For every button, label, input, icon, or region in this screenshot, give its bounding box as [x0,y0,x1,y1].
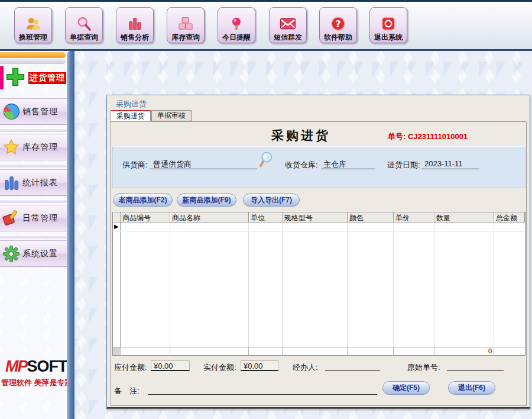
sales-analysis-button[interactable]: 销售分析 [116,7,154,43]
header-fields-panel: 供货商: 普通供货商 收货仓库: 主仓库 进货日期: 2023-11-11 [112,146,525,188]
toolbar-button-label: 单据查询 [70,33,98,41]
tab-purchase[interactable]: 采购进货 [111,110,151,121]
supplier-lookup-icon[interactable] [258,150,274,170]
grid-header-cell: 商品编号 [121,212,170,223]
supplier-underline [150,169,257,169]
grid-header-cell: 单位 [249,212,283,223]
tab-content: 采购进货 单号: CJ231111010001 供货商: 普通供货商 收货仓库:… [111,121,527,406]
paid-amount-field[interactable]: ¥0.00 [241,360,278,371]
date-label: 进货日期: [387,160,420,170]
envelope-icon [279,14,297,33]
sidebar-item-sales[interactable]: 销售管理 [0,98,67,125]
app-root: 换班管理 单据查询 销售分析 [0,0,532,419]
grid-header-cell: 数量 [434,212,494,223]
grid-column [121,223,170,347]
top-toolbar: 换班管理 单据查询 销售分析 [0,0,532,51]
bulb-icon [229,14,244,33]
purchase-window: 采购进货 采购进货 单据审核 采购进货 单号: CJ231111010001 供… [106,95,530,409]
grid-column [494,223,525,347]
plus-icon [5,66,26,90]
shift-manage-button[interactable]: 换班管理 [14,7,52,43]
mpsoft-logo: MPSOFT [5,357,67,376]
toolbar-button-label: 软件帮助 [324,33,352,41]
sidebar-item-label: 库存管理 [22,142,58,153]
grid-column [249,223,283,347]
sidebar-item-settings[interactable]: 系统设置 [0,240,67,267]
confirm-button[interactable]: 确定(F5) [382,381,430,395]
gear-icon [0,245,22,263]
grid-header-cell: 商品名称 [170,212,249,223]
sidebar-item-label: 销售管理 [22,107,58,117]
sms-broadcast-button[interactable]: 短信群发 [269,7,307,43]
sidebar-item-inventory[interactable]: 库存管理 [0,134,67,160]
original-no-input[interactable] [447,370,504,371]
sidebar-top-gray-bar [0,59,66,64]
star-icon [0,138,22,156]
power-icon [380,14,397,33]
logo-tagline: 管理软件 美萍是专家 [1,378,73,388]
bar-chart-blue-icon [0,175,22,191]
sidebar-separator [0,128,67,133]
items-grid[interactable]: 商品编号 商品名称 单位 规格型号 颜色 单价 数量 总金额 [112,212,525,356]
note-input[interactable] [148,394,377,395]
grid-header-cell: 总金额 [494,212,525,223]
quantity-total: 0 [434,347,494,355]
toolbar-button-label: 今日提醒 [222,33,251,41]
note-label: 备 注: [114,386,140,397]
sidebar-item-daily[interactable]: 日常管理 [0,205,67,231]
operator-input[interactable] [325,370,380,371]
bar-chart-icon [126,14,143,33]
sidebar-active-strip [0,66,4,89]
grid-body[interactable]: ▶ [113,223,525,347]
original-no-label: 原始单号: [407,362,440,373]
sidebar-top-orange-bar [0,52,66,58]
grid-column [170,223,249,347]
sidebar-separator [0,164,67,168]
sidebar-item-label: 统计报表 [22,178,58,188]
supplier-label: 供货商: [122,160,148,170]
import-export-button[interactable]: 导入导出(F7) [243,194,300,207]
current-row-indicator: ▶ [114,223,119,230]
add-old-product-button[interactable]: 老商品添加(F2) [113,194,173,207]
brush-icon [0,210,22,227]
operator-label: 经办人: [293,362,318,373]
sidebar-separator [0,235,67,239]
sidebar-blue-divider [67,51,74,419]
toolbar-button-label: 库存查询 [171,33,200,41]
date-underline [421,169,479,169]
grid-header-cell: 颜色 [348,212,394,223]
grid-header-selector [113,212,121,223]
warehouse-underline [321,169,375,169]
order-number: 单号: CJ231111010001 [388,131,468,142]
stock-query-button[interactable]: 库存查询 [167,7,205,43]
grid-column [348,223,394,347]
payable-amount-field[interactable]: ¥0.00 [151,360,190,371]
svg-text:?: ? [335,18,340,30]
help-button[interactable]: ? 软件帮助 [319,7,357,43]
grid-column [394,223,434,347]
add-new-product-button[interactable]: 新商品添加(F9) [177,194,236,207]
logo-mp: MP [5,357,27,375]
today-reminder-button[interactable]: 今日提醒 [218,7,255,43]
grid-header-cell: 规格型号 [283,212,348,223]
help-icon: ? [330,14,346,33]
sidebar-item-purchase-active[interactable]: 进货管理 [5,65,67,91]
grid-header-row: 商品编号 商品名称 单位 规格型号 颜色 单价 数量 总金额 [113,212,525,223]
tab-bar: 采购进货 单据审核 [111,110,192,122]
exit-system-button[interactable]: 退出系统 [369,7,407,43]
toolbar-button-label: 退出系统 [374,33,403,41]
paid-label: 实付金额: [203,362,236,373]
logo-soft: SOFT [27,357,67,375]
tab-audit[interactable]: 单据审核 [151,110,192,121]
sidebar-item-reports[interactable]: 统计报表 [0,169,67,196]
toolbar-button-label: 销售分析 [121,33,149,41]
magnifier-icon [76,14,92,33]
order-number-label: 单号: [388,132,406,141]
exit-button[interactable]: 退出(F6) [448,381,495,395]
summary-selector-cell [113,347,121,355]
grid-summary-row: 0 [113,347,525,355]
doc-query-button[interactable]: 单据查询 [65,7,103,43]
warehouse-label: 收货仓库: [285,160,318,170]
people-icon [24,14,42,33]
date-input[interactable]: 2023-11-11 [424,159,463,168]
